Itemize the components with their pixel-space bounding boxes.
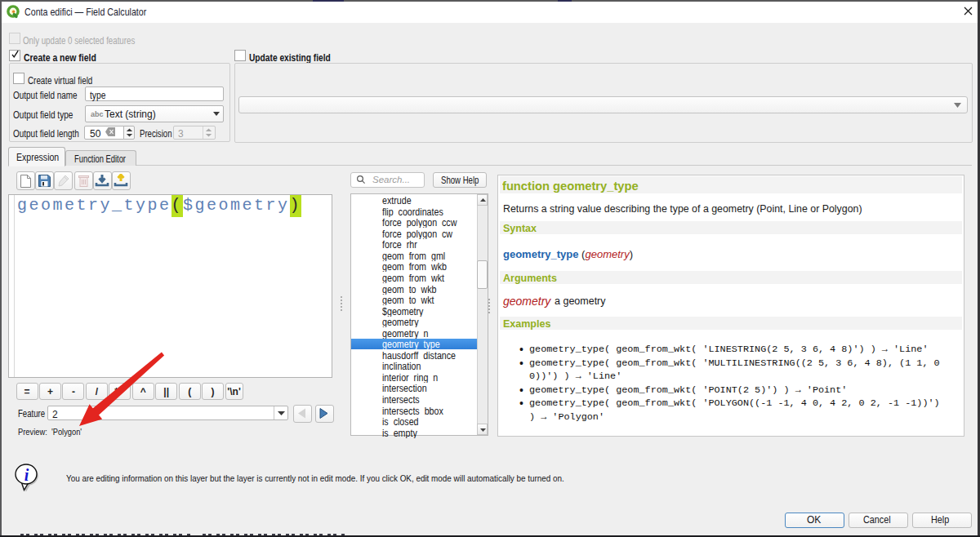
svg-text:i: i: [24, 466, 29, 484]
